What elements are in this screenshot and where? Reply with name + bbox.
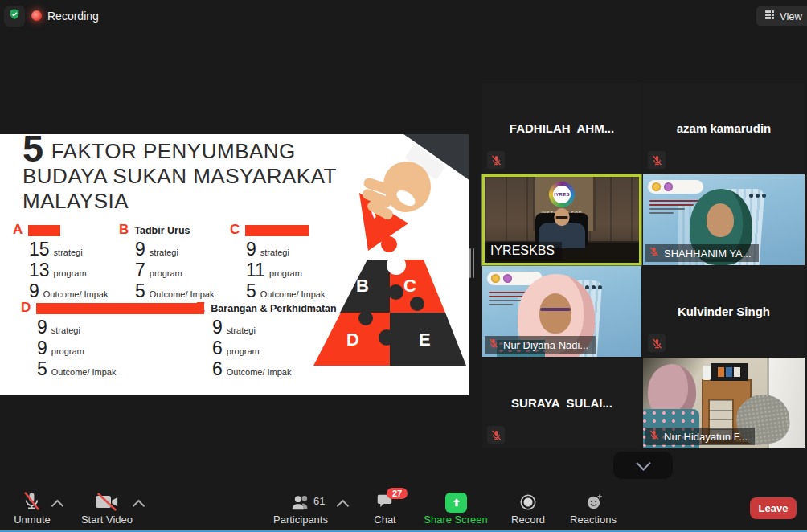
leave-button[interactable]: Leave <box>750 497 797 519</box>
reactions-smiley-icon <box>585 493 604 511</box>
stat-value: 9 <box>246 239 256 260</box>
stat-unit: strategi <box>51 325 80 335</box>
video-options-caret[interactable] <box>133 500 145 513</box>
participants-icon <box>290 493 311 512</box>
reactions-label: Reactions <box>545 514 641 526</box>
stat-unit: program <box>269 268 302 278</box>
participant-name: SURAYA SULAI... <box>482 358 641 448</box>
video-off-icon <box>95 492 119 512</box>
mic-muted-icon <box>487 426 505 444</box>
view-button[interactable]: View <box>756 6 807 26</box>
stat-value: 9 <box>37 338 47 359</box>
stat-unit: Outcome/ Impak <box>43 289 109 299</box>
mic-off-icon <box>21 490 43 512</box>
face-shape <box>539 293 571 334</box>
chat-badge: 27 <box>387 488 408 499</box>
record-button[interactable] <box>519 493 537 511</box>
panel-resize-handle[interactable] <box>473 248 474 278</box>
recording-indicator: Recording <box>47 10 99 23</box>
video-tile-fadhilah[interactable]: FADHILAH AHM... <box>482 83 641 174</box>
stat-value: 15 <box>29 239 50 260</box>
record-icon <box>519 493 537 511</box>
stat-unit: strategi <box>150 248 178 257</box>
section-label: Tadbir Urus <box>134 225 190 236</box>
video-tile-nur-hidayatun[interactable]: Nur Hidayatun F... <box>643 358 805 448</box>
puzzle-letter-d: D <box>346 329 359 350</box>
section-letter: B <box>119 222 129 238</box>
stat-unit: Outcome/ Impak <box>51 367 117 377</box>
start-video-label: Start Video <box>59 514 155 526</box>
section-label: Pengetahuan <box>245 225 309 236</box>
stat-unit: strategi <box>227 325 256 335</box>
section-label: Barangan & Perkhidmatan <box>211 303 336 314</box>
puzzle-notch <box>387 256 406 275</box>
puzzle-letter-e: E <box>419 329 431 350</box>
puzzle-knob-a <box>381 236 397 252</box>
chevron-down-icon <box>636 456 650 470</box>
stat-unit: program <box>54 268 87 278</box>
mic-muted-icon <box>648 334 666 352</box>
participant-name-label: IYRESKBS <box>487 242 562 260</box>
mic-muted-icon <box>648 151 666 169</box>
glasses-shape <box>540 308 571 311</box>
stat-unit: Outcome/ Impak <box>227 367 292 377</box>
share-screen-button[interactable] <box>445 493 467 513</box>
panel-resize-handle[interactable] <box>469 248 471 278</box>
section-letter: E <box>196 300 205 316</box>
section-label: Fasiliti <box>28 225 60 236</box>
reactions-button[interactable] <box>585 493 604 512</box>
puzzle-letter-c: C <box>404 276 416 297</box>
stat-value: 9 <box>37 317 47 338</box>
puzzle-knob <box>379 329 395 346</box>
video-tile-kulvinder[interactable]: Kulvinder Singh <box>643 266 805 357</box>
iyres-logo: IYRES <box>549 182 575 207</box>
stat-value: 5 <box>246 280 256 302</box>
meeting-toolbar: Unmute Start Video 61 Participants 27 Ch… <box>0 485 807 530</box>
share-arrow-icon <box>450 497 463 509</box>
recording-dot-icon <box>31 10 42 21</box>
grid-view-icon <box>764 10 775 23</box>
stat-value: 9 <box>135 239 145 260</box>
stat-value: 6 <box>212 358 223 380</box>
stat-value: 11 <box>246 260 265 281</box>
collapse-videos-button[interactable] <box>613 452 673 479</box>
unmute-options-caret[interactable] <box>51 500 64 513</box>
social-icons <box>585 285 602 289</box>
stat-unit: Outcome/ Impak <box>260 289 326 299</box>
video-tile-shahhanim[interactable]: SHAHHANIM YA... <box>643 174 805 265</box>
security-shield-button[interactable] <box>4 6 25 27</box>
shield-check-icon <box>8 8 21 24</box>
puzzle-letter-b: B <box>356 276 369 297</box>
video-tile-azam[interactable]: azam kamarudin <box>643 83 805 174</box>
section-letter: C <box>230 222 240 238</box>
participants-caret[interactable] <box>337 500 350 513</box>
slide-title-line2: BUDAYA SUKAN MASYARAKAT <box>23 164 337 188</box>
unmute-button[interactable] <box>21 490 45 513</box>
stat-unit: program <box>51 346 84 356</box>
stat-value: 5 <box>37 358 47 380</box>
section-letter: A <box>13 222 23 238</box>
section-label: Pengembangan Bakat (Pendidikan) <box>36 303 204 314</box>
participant-name-label: Nur Diyana Nadi... <box>485 336 596 354</box>
stat-unit: program <box>227 346 260 356</box>
video-tile-suraya[interactable]: SURAYA SULAI... <box>482 358 641 448</box>
slide-title-line1: FAKTOR PENYUMBANG <box>51 139 296 163</box>
participants-button[interactable] <box>290 493 311 512</box>
zoom-meeting-window: Recording View 5FAKTOR PENYUMBANG BUDAYA… <box>0 0 807 532</box>
start-video-button[interactable] <box>95 492 121 513</box>
puzzle-knob <box>358 311 373 325</box>
stat-value: 5 <box>135 280 145 302</box>
video-tile-iyreskbs[interactable]: IYRES INSTITUTE FOR YOUTH RESEARCH MALAY… <box>482 174 641 265</box>
stat-value: 9 <box>212 317 223 338</box>
slide-title: 5FAKTOR PENYUMBANG BUDAYA SUKAN MASYARAK… <box>23 136 368 214</box>
stat-value: 6 <box>212 338 223 359</box>
video-tile-nur-diyana[interactable]: Nur Diyana Nadi... <box>482 266 641 357</box>
logo-banner <box>648 180 703 194</box>
mic-muted-icon <box>649 429 660 444</box>
mic-muted-icon <box>487 151 505 169</box>
face-shape <box>707 203 734 237</box>
participant-name: FADHILAH AHM... <box>482 83 641 174</box>
section-letter: D <box>21 300 31 316</box>
slide-section-d: DPengembangan Bakat (Pendidikan) 9strate… <box>21 300 206 379</box>
view-button-label: View <box>780 10 802 23</box>
